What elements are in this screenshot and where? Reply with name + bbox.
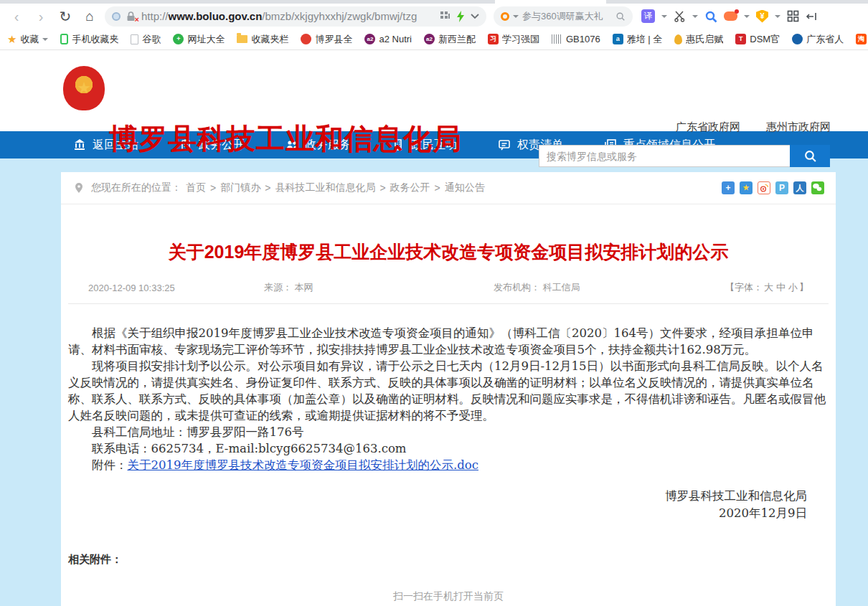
- bookmark-wyeth[interactable]: 惠氏启赋: [674, 33, 723, 46]
- url-path: /bmzb/xkjgyhxxhj/zwgk/bmwj/tzg: [262, 10, 417, 22]
- breadcrumb-gov-info[interactable]: 政务公开: [390, 181, 430, 194]
- link-huizhou-gov[interactable]: 惠州市政府网: [766, 120, 831, 134]
- qzone-icon[interactable]: ★: [740, 181, 753, 194]
- bookmark-taobao[interactable]: 淘 淘宝发现: [856, 33, 868, 46]
- scissors-icon[interactable]: [674, 10, 686, 22]
- chevron-down-icon[interactable]: [471, 14, 479, 19]
- bookmark-xuexi[interactable]: 习 学习强国: [488, 33, 539, 46]
- home-icon[interactable]: ⌂: [77, 9, 102, 23]
- bookmark-label: 广东省人: [806, 33, 844, 46]
- article: 关于2019年度博罗县工业企业技术改造专项资金项目拟安排计划的公示 2020-1…: [61, 240, 836, 603]
- bookmark-site-directory[interactable]: + 网址大全: [173, 33, 225, 46]
- bank-icon: [73, 138, 86, 151]
- chevron-down-icon[interactable]: [744, 15, 750, 18]
- attachment-line: 附件：关于2019年度博罗县技术改造专项资金项目拟安排计划的公示.doc: [68, 457, 829, 473]
- bookmark-label: DSM官: [750, 33, 780, 46]
- weibo-icon[interactable]: [758, 181, 770, 194]
- bookmark-label: 谷歌: [142, 33, 161, 46]
- font-size-prefix: 【字体：: [725, 282, 763, 293]
- bookmark-label: GB1076: [566, 34, 600, 44]
- toolbar-extensions: 译 ¥: [641, 9, 817, 23]
- address-bar[interactable]: × http://www.boluo.gov.cn/bmzb/xkjgyhxxh…: [105, 6, 486, 27]
- chevron-down-icon[interactable]: [42, 38, 48, 41]
- font-size-large[interactable]: 大: [764, 282, 773, 293]
- font-size-widget: 【字体：大中小】: [725, 281, 808, 294]
- browser-search-text[interactable]: 参与360调研赢大礼: [522, 10, 612, 23]
- bookmark-guangdong-gov[interactable]: 广东省人: [792, 33, 844, 46]
- breadcrumb-home[interactable]: 首页: [186, 181, 206, 194]
- site-search-input[interactable]: [539, 145, 790, 167]
- translate-icon[interactable]: 译: [641, 9, 655, 23]
- address-line: 县科工信局地址：博罗县罗阳一路176号: [68, 424, 829, 440]
- url-scheme: http://: [141, 10, 169, 22]
- content-card: 您现在所在的位置： 首页 > 部门镇办 > 县科技工业和信息化局 > 政务公开 …: [61, 172, 836, 606]
- site-info-icon[interactable]: [112, 12, 121, 21]
- back-icon[interactable]: ‹: [4, 9, 29, 24]
- wechat-icon[interactable]: [811, 181, 824, 194]
- chevron-down-icon[interactable]: [513, 15, 519, 18]
- bookmark-phone-favorites[interactable]: 手机收藏夹: [60, 33, 118, 46]
- article-source: 来源： 本网: [264, 281, 494, 294]
- forward-icon[interactable]: ›: [29, 9, 53, 24]
- contact-line: 联系电话：6625734，E-mail:blcyg6625734@163.com: [68, 440, 829, 457]
- dsm-icon: T: [735, 34, 746, 44]
- bookmark-gb-standard[interactable]: GB1076: [552, 34, 600, 44]
- pengyou-icon[interactable]: P: [775, 181, 788, 194]
- bookmark-nz-formula[interactable]: a2 新西兰配: [424, 33, 476, 46]
- paragraph-1: 根据《关于组织申报2019年度博罗县工业企业技术改造专项资金项目的通知》（博科工…: [68, 325, 829, 358]
- signature-date: 2020年12月9日: [68, 505, 807, 522]
- article-title: 关于2019年度博罗县工业企业技术改造专项资金项目拟安排计划的公示: [68, 240, 829, 264]
- site-search-button[interactable]: [790, 145, 830, 167]
- breadcrumb-departments[interactable]: 部门镇办: [220, 181, 260, 194]
- url-text[interactable]: http://www.boluo.gov.cn/bmzb/xkjgyhxxhj/…: [141, 10, 435, 22]
- apps-grid-icon[interactable]: [787, 10, 799, 22]
- breadcrumb-separator: >: [379, 182, 385, 194]
- font-size-suffix: 】: [799, 282, 808, 293]
- bookmark-a2-nutrition[interactable]: a2 a2 Nutri: [364, 34, 412, 44]
- browser-tab-strip: [0, 0, 868, 4]
- link-guangdong-gov[interactable]: 广东省政府网: [676, 120, 740, 134]
- speed-mode-lightning-icon[interactable]: [456, 11, 465, 22]
- page-background: 您现在所在的位置： 首页 > 部门镇办 > 县科技工业和信息化局 > 政务公开 …: [0, 158, 868, 606]
- page-icon: [131, 34, 138, 44]
- browser-search-box[interactable]: 参与360调研赢大礼: [494, 6, 633, 27]
- reload-icon[interactable]: ↻: [53, 9, 77, 24]
- bookmark-label: 网址大全: [187, 33, 225, 46]
- barcode-icon: [552, 34, 562, 44]
- share-more-icon[interactable]: +: [722, 181, 735, 194]
- taobao-icon: 淘: [856, 34, 867, 44]
- bookmark-abbott[interactable]: a 雅培 | 全: [613, 33, 663, 46]
- font-size-medium[interactable]: 中: [776, 282, 786, 293]
- breadcrumb-prefix: 您现在所在的位置：: [91, 181, 181, 194]
- insecure-lock-icon[interactable]: ×: [126, 11, 136, 22]
- attachment-link[interactable]: 关于2019年度博罗县技术改造专项资金项目拟安排计划的公示.doc: [128, 458, 478, 472]
- plus-circle-icon: +: [173, 34, 184, 44]
- chevron-down-icon[interactable]: [692, 15, 698, 18]
- bookmark-favorites[interactable]: ★ 收藏: [7, 33, 48, 46]
- bookmark-google[interactable]: 谷歌: [131, 33, 161, 46]
- wallet-shield-icon[interactable]: ¥: [756, 10, 768, 23]
- font-size-small[interactable]: 小: [788, 282, 798, 293]
- restore-tab-icon[interactable]: [806, 11, 817, 22]
- chevron-down-icon[interactable]: [661, 15, 667, 18]
- bookmarks-bar: ★ 收藏 手机收藏夹 谷歌 + 网址大全 收藏夹栏 博罗县全 a2 a2 Nut…: [0, 29, 868, 50]
- active-tab[interactable]: [495, 0, 606, 4]
- search-icon[interactable]: [615, 11, 626, 22]
- bookmark-boluo[interactable]: 博罗县全: [301, 33, 352, 46]
- bookmark-folder-bar[interactable]: 收藏夹栏: [237, 33, 288, 46]
- chevron-down-icon[interactable]: [775, 15, 780, 18]
- chat-icon: [498, 138, 511, 151]
- breadcrumb-notices[interactable]: 通知公告: [445, 181, 485, 194]
- boluo-site-icon: [301, 34, 311, 44]
- breadcrumb-separator: >: [210, 182, 216, 194]
- gov-site-icon: [792, 34, 803, 44]
- breadcrumb-bureau[interactable]: 县科技工业和信息化局: [275, 181, 375, 194]
- xuexi-icon: 习: [488, 34, 499, 44]
- qr-code-icon[interactable]: [440, 11, 450, 22]
- magnifier-icon[interactable]: [704, 10, 717, 23]
- renren-icon[interactable]: 人: [793, 181, 806, 194]
- games-icon[interactable]: [724, 11, 737, 21]
- bookmark-label: 惠氏启赋: [686, 33, 723, 46]
- bookmark-label: 博罗县全: [315, 33, 352, 46]
- bookmark-dsm[interactable]: T DSM官: [735, 33, 780, 46]
